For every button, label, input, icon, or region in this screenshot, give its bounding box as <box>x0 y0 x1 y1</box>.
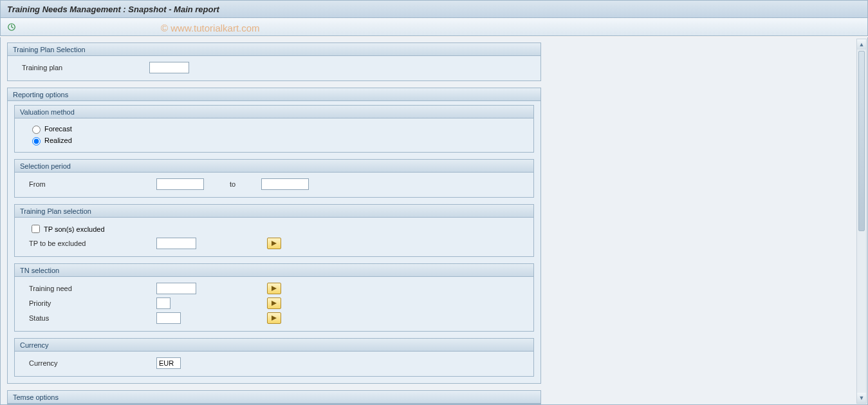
group-header: Selection period <box>15 160 533 173</box>
status-input[interactable] <box>156 312 181 324</box>
work-area: Training Plan Selection Training plan Re… <box>0 37 868 405</box>
radio-realized-label: Realized <box>44 137 72 144</box>
radio-realized[interactable]: Realized <box>21 135 527 146</box>
radio-forecast[interactable]: Forecast <box>21 124 527 134</box>
scroll-down-icon[interactable]: ▼ <box>857 393 866 403</box>
multi-select-button[interactable] <box>267 283 281 294</box>
from-label: From <box>21 180 156 188</box>
from-input[interactable] <box>156 178 204 190</box>
training-need-label: Training need <box>21 285 156 292</box>
radio-forecast-input[interactable] <box>32 126 41 134</box>
application-toolbar <box>0 18 868 36</box>
arrow-right-icon <box>271 315 277 321</box>
multi-select-button[interactable] <box>267 297 281 309</box>
tp-sons-excluded-checkbox[interactable]: TP son(s) excluded <box>21 223 527 235</box>
title-bar: Training Needs Management : Snapshot - M… <box>0 0 868 18</box>
group-training-plan-selection: Training Plan Selection Training plan <box>7 42 541 81</box>
status-label: Status <box>21 314 156 322</box>
training-need-input[interactable] <box>156 283 196 294</box>
group-currency: Currency Currency <box>14 338 534 377</box>
priority-label: Priority <box>21 299 156 307</box>
arrow-right-icon <box>271 300 277 306</box>
group-tn-selection: TN selection Training need Priority <box>14 263 534 332</box>
radio-forecast-label: Forecast <box>44 125 72 133</box>
training-plan-input[interactable] <box>149 62 189 73</box>
vertical-scrollbar[interactable]: ▲ ▼ <box>856 39 867 404</box>
tp-sons-excluded-input[interactable] <box>32 225 40 233</box>
training-plan-label: Training plan <box>14 64 149 71</box>
group-selection-period: Selection period From to <box>14 159 534 198</box>
page-title: Training Needs Management : Snapshot - M… <box>7 5 219 14</box>
group-temse-options: Temse options <box>7 390 541 404</box>
group-header: Valuation method <box>15 106 533 118</box>
to-label: to <box>230 180 235 188</box>
scroll-thumb[interactable] <box>858 51 865 231</box>
group-header: Temse options <box>8 391 540 404</box>
multi-select-button[interactable] <box>267 312 281 324</box>
scroll-up-icon[interactable]: ▲ <box>857 39 866 50</box>
execute-icon[interactable] <box>6 21 17 33</box>
group-header: Training Plan selection <box>15 205 533 218</box>
to-input[interactable] <box>261 178 309 190</box>
tp-to-be-excluded-input[interactable] <box>156 238 196 249</box>
tp-sons-excluded-label: TP son(s) excluded <box>44 225 105 233</box>
arrow-right-icon <box>271 285 277 292</box>
radio-realized-input[interactable] <box>32 137 41 146</box>
group-header: TN selection <box>15 264 533 277</box>
currency-label: Currency <box>21 359 156 367</box>
tp-to-be-excluded-label: TP to be excluded <box>21 240 156 247</box>
group-header: Training Plan Selection <box>8 43 540 56</box>
group-valuation-method: Valuation method Forecast Realized <box>14 105 534 153</box>
multi-select-button[interactable] <box>267 238 281 249</box>
group-header: Currency <box>15 339 533 352</box>
group-tp-selection: Training Plan selection TP son(s) exclud… <box>14 204 534 257</box>
group-reporting-options: Reporting options Valuation method Forec… <box>7 88 541 384</box>
currency-input[interactable] <box>156 357 181 369</box>
arrow-right-icon <box>271 240 277 247</box>
priority-input[interactable] <box>156 297 171 309</box>
group-header: Reporting options <box>8 88 540 101</box>
